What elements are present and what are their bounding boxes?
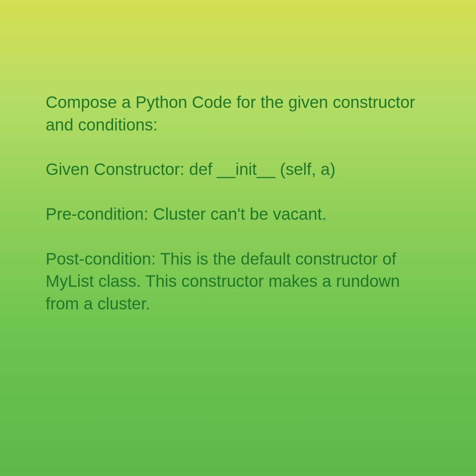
intro-paragraph: Compose a Python Code for the given cons… bbox=[46, 91, 430, 136]
constructor-paragraph: Given Constructor: def __init__ (self, a… bbox=[46, 158, 430, 181]
precondition-paragraph: Pre-condition: Cluster can't be vacant. bbox=[46, 203, 430, 226]
postcondition-paragraph: Post-condition: This is the default cons… bbox=[46, 248, 430, 315]
document-content: Compose a Python Code for the given cons… bbox=[46, 91, 430, 315]
